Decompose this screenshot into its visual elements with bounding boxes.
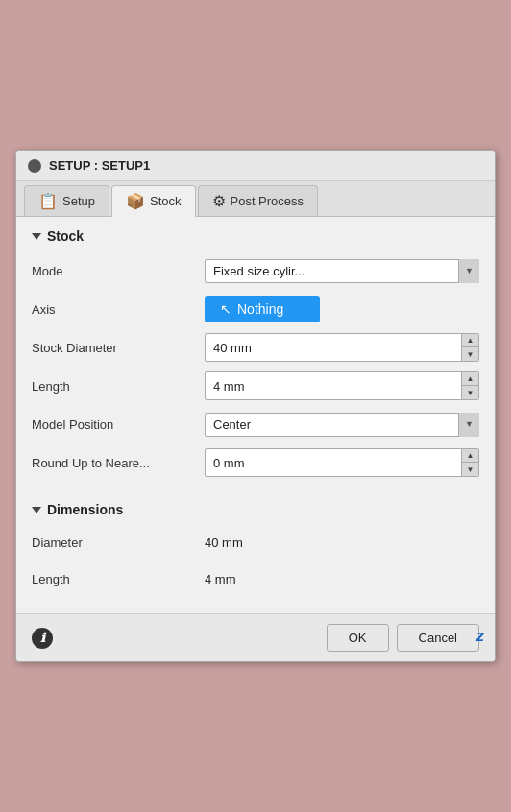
round-up-down[interactable]: ▼	[462, 463, 478, 476]
dimensions-section: Dimensions Diameter 40 mm Length 4 mm	[32, 502, 479, 592]
stock-diameter-up[interactable]: ▲	[462, 334, 478, 347]
dim-length-value: 4 mm	[205, 572, 236, 586]
dialog-footer: ℹ OK Cancel	[16, 613, 495, 661]
tab-stock[interactable]: 📦 Stock	[111, 185, 196, 217]
length-control: ▲ ▼	[205, 371, 479, 400]
tab-setup[interactable]: 📋 Setup	[24, 185, 110, 216]
model-position-label: Model Position	[32, 418, 205, 432]
tab-stock-label: Stock	[150, 194, 182, 208]
dimensions-section-header: Dimensions	[32, 502, 479, 517]
title-bar: SETUP : SETUP1	[16, 151, 495, 181]
tab-bar: 📋 Setup 📦 Stock ⚙ Post Process	[16, 181, 495, 217]
info-icon-label: ℹ	[40, 631, 45, 645]
mode-label: Mode	[32, 264, 205, 278]
stock-diameter-control: ▲ ▼	[205, 333, 479, 362]
minimize-icon[interactable]	[28, 159, 41, 173]
diameter-row: Diameter 40 mm	[32, 529, 479, 556]
round-up-spinner: ▲ ▼	[205, 448, 479, 477]
stock-collapse-icon[interactable]	[32, 233, 41, 240]
section-divider	[32, 490, 479, 490]
axis-label: Axis	[32, 302, 205, 317]
dimensions-section-title: Dimensions	[47, 502, 123, 517]
stock-diameter-label: Stock Diameter	[32, 341, 205, 355]
length-spinner-buttons: ▲ ▼	[461, 372, 478, 399]
model-position-control: Center Top Bottom	[205, 413, 479, 437]
stock-section-title: Stock	[47, 228, 84, 244]
round-up-up[interactable]: ▲	[462, 449, 478, 463]
tab-setup-label: Setup	[62, 194, 95, 208]
axis-button[interactable]: ↖ Nothing	[205, 296, 320, 322]
dim-length-label: Length	[32, 572, 205, 586]
stock-section-header: Stock	[32, 228, 479, 244]
stock-diameter-spinner-buttons: ▲ ▼	[461, 334, 478, 361]
info-button[interactable]: ℹ	[32, 628, 53, 649]
round-up-spinner-buttons: ▲ ▼	[461, 449, 478, 476]
mode-row: Mode Fixed size cylir... Fixed size box …	[32, 255, 479, 286]
length-input[interactable]	[206, 375, 461, 397]
length-spinner: ▲ ▼	[205, 371, 479, 400]
round-up-control: ▲ ▼	[205, 448, 479, 477]
mode-select-wrapper: Fixed size cylir... Fixed size box From …	[205, 259, 479, 283]
length-row: Length ▲ ▼	[32, 370, 479, 401]
tab-postprocess[interactable]: ⚙ Post Process	[198, 185, 319, 216]
mode-control: Fixed size cylir... Fixed size box From …	[205, 259, 479, 283]
stock-diameter-input[interactable]	[206, 337, 461, 359]
tab-postprocess-label: Post Process	[231, 194, 304, 208]
diameter-label: Diameter	[32, 536, 205, 550]
footer-left: ℹ	[32, 628, 53, 649]
footer-buttons: OK Cancel	[327, 624, 479, 652]
dimensions-collapse-icon[interactable]	[32, 507, 41, 513]
model-position-row: Model Position Center Top Bottom	[32, 409, 479, 440]
model-position-select[interactable]: Center Top Bottom	[205, 413, 479, 437]
setup-tab-icon: 📋	[38, 192, 58, 210]
model-position-select-wrapper: Center Top Bottom	[205, 413, 479, 437]
axis-button-label: Nothing	[237, 301, 283, 317]
round-up-input[interactable]	[206, 452, 461, 474]
length-down[interactable]: ▼	[462, 386, 478, 399]
dim-length-row: Length 4 mm	[32, 565, 479, 592]
round-up-label: Round Up to Neare...	[32, 456, 205, 470]
stock-diameter-row: Stock Diameter ▲ ▼	[32, 332, 479, 363]
round-up-row: Round Up to Neare... ▲ ▼	[32, 447, 479, 478]
cancel-button[interactable]: Cancel	[397, 624, 479, 652]
mode-select[interactable]: Fixed size cylir... Fixed size box From …	[205, 259, 479, 283]
ok-button[interactable]: OK	[327, 624, 389, 652]
length-up[interactable]: ▲	[462, 372, 478, 386]
length-label: Length	[32, 379, 205, 394]
stock-tab-icon: 📦	[126, 192, 145, 210]
diameter-value: 40 mm	[205, 536, 243, 550]
cursor-icon: ↖	[220, 301, 231, 317]
z-coordinate-label: z	[476, 628, 484, 645]
axis-row: Axis ↖ Nothing	[32, 294, 479, 324]
dialog-title: SETUP : SETUP1	[49, 158, 150, 173]
main-content: Stock Mode Fixed size cylir... Fixed siz…	[16, 217, 495, 613]
stock-diameter-spinner: ▲ ▼	[205, 333, 479, 362]
stock-diameter-down[interactable]: ▼	[462, 347, 478, 361]
axis-control: ↖ Nothing	[205, 296, 479, 322]
postprocess-tab-icon: ⚙	[212, 192, 226, 210]
